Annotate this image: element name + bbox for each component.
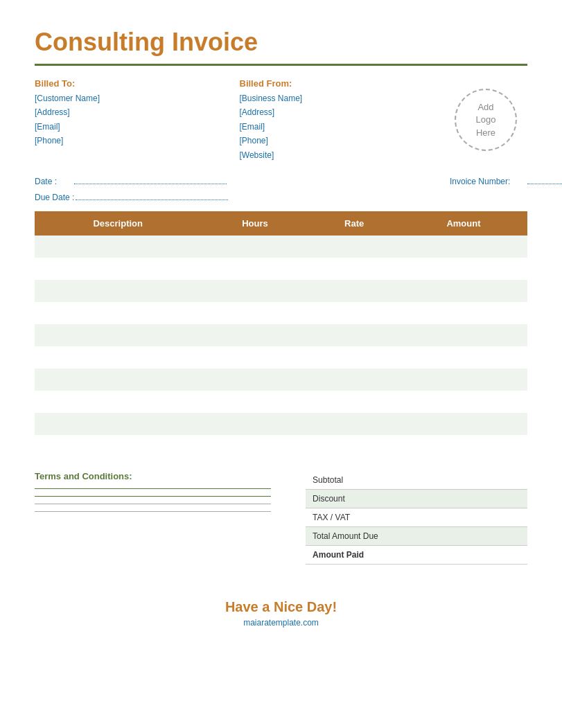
date-section: Date : Due Date : <box>35 176 281 208</box>
total-label: Total Amount Due <box>306 526 494 545</box>
business-website: [Website] <box>240 148 445 162</box>
subtotal-label: Subtotal <box>306 471 494 490</box>
cell-amount <box>400 346 527 369</box>
cell-hours <box>202 280 309 302</box>
invoice-number-row: Invoice Number: <box>450 176 527 202</box>
col-description: Description <box>35 211 202 236</box>
col-rate: Rate <box>309 211 400 236</box>
due-date-label: Due Date : <box>35 193 74 202</box>
tax-value <box>495 508 528 526</box>
bottom-section: Terms and Conditions: Subtotal Discount … <box>35 471 527 565</box>
due-date-row: Due Date : <box>35 192 281 202</box>
cell-rate <box>309 435 400 457</box>
cell-amount <box>400 280 527 302</box>
table-row <box>35 236 527 258</box>
amount-paid-label: Amount Paid <box>306 545 494 564</box>
cell-hours <box>202 369 309 391</box>
billed-from-section: Billed From: [Business Name] [Address] [… <box>240 78 445 162</box>
discount-row: Discount <box>306 489 527 508</box>
cell-hours <box>202 346 309 369</box>
discount-label: Discount <box>306 489 494 508</box>
billing-section: Billed To: [Customer Name] [Address] [Em… <box>35 78 527 162</box>
footer: Have a Nice Day! maiaratemplate.com <box>35 599 527 628</box>
cell-description <box>35 435 202 457</box>
cell-amount <box>400 413 527 435</box>
business-phone: [Phone] <box>240 134 445 148</box>
table-row <box>35 369 527 391</box>
cell-rate <box>309 369 400 391</box>
cell-hours <box>202 302 309 324</box>
cell-description <box>35 413 202 435</box>
subtotal-value <box>495 471 528 490</box>
total-value <box>495 526 528 545</box>
totals-table: Subtotal Discount TAX / VAT Total Amount… <box>306 471 527 565</box>
cell-hours <box>202 324 309 346</box>
date-input-line[interactable] <box>74 176 227 184</box>
discount-value <box>495 489 528 508</box>
cell-amount <box>400 236 527 258</box>
date-row: Date : <box>35 176 281 186</box>
title-divider <box>35 64 527 66</box>
customer-name: [Customer Name] <box>35 91 240 105</box>
terms-section: Terms and Conditions: <box>35 471 271 565</box>
table-row <box>35 258 527 280</box>
billed-to-section: Billed To: [Customer Name] [Address] [Em… <box>35 78 240 162</box>
cell-rate <box>309 413 400 435</box>
cell-rate <box>309 346 400 369</box>
table-row <box>35 391 527 413</box>
customer-email: [Email] <box>35 120 240 134</box>
customer-address: [Address] <box>35 105 240 119</box>
billed-from-label: Billed From: <box>240 78 445 89</box>
table-row <box>35 413 527 435</box>
cell-description <box>35 391 202 413</box>
totals-section: Subtotal Discount TAX / VAT Total Amount… <box>306 471 527 565</box>
invoice-number-label: Invoice Number: <box>450 177 526 186</box>
invoice-number-section: Invoice Number: <box>281 176 528 208</box>
tax-label: TAX / VAT <box>306 508 494 526</box>
cell-hours <box>202 435 309 457</box>
table-header-row: Description Hours Rate Amount <box>35 211 527 236</box>
cell-description <box>35 280 202 302</box>
billed-to-label: Billed To: <box>35 78 240 89</box>
invoice-number-input-line[interactable] <box>527 176 562 184</box>
cell-rate <box>309 302 400 324</box>
logo-section: AddLogoHere <box>444 78 527 162</box>
invoice-title: Consulting Invoice <box>35 28 527 57</box>
due-date-input-line[interactable] <box>76 192 228 200</box>
customer-phone: [Phone] <box>35 134 240 148</box>
table-row <box>35 324 527 346</box>
cell-amount <box>400 324 527 346</box>
cell-amount <box>400 369 527 391</box>
footer-website: maiaratemplate.com <box>35 618 527 628</box>
cell-hours <box>202 391 309 413</box>
cell-rate <box>309 280 400 302</box>
invoice-table: Description Hours Rate Amount <box>35 211 527 457</box>
cell-rate <box>309 391 400 413</box>
terms-line-4 <box>35 511 271 512</box>
cell-rate <box>309 236 400 258</box>
terms-line-2 <box>35 496 271 497</box>
total-row: Total Amount Due <box>306 526 527 545</box>
table-row <box>35 435 527 457</box>
logo-placeholder: AddLogoHere <box>455 89 517 151</box>
amount-paid-row: Amount Paid <box>306 545 527 564</box>
cell-rate <box>309 324 400 346</box>
subtotal-row: Subtotal <box>306 471 527 490</box>
cell-description <box>35 346 202 369</box>
table-row <box>35 302 527 324</box>
terms-line-1 <box>35 488 271 489</box>
cell-description <box>35 258 202 280</box>
cell-amount <box>400 258 527 280</box>
table-row <box>35 280 527 302</box>
cell-description <box>35 324 202 346</box>
cell-hours <box>202 258 309 280</box>
cell-hours <box>202 413 309 435</box>
cell-amount <box>400 302 527 324</box>
cell-description <box>35 236 202 258</box>
table-row <box>35 346 527 369</box>
footer-message: Have a Nice Day! <box>35 599 527 615</box>
cell-amount <box>400 391 527 413</box>
date-invoice-row: Date : Due Date : Invoice Number: <box>35 176 527 208</box>
cell-amount <box>400 435 527 457</box>
cell-description <box>35 369 202 391</box>
